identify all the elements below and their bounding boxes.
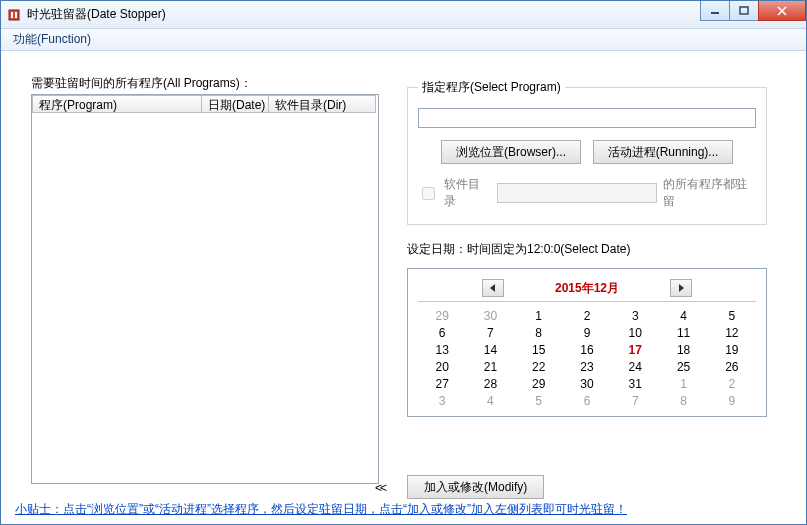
svg-rect-1	[11, 12, 13, 18]
calendar-day[interactable]: 15	[515, 342, 563, 359]
svg-rect-2	[15, 12, 17, 18]
calendar-day[interactable]: 5	[708, 308, 756, 325]
triangle-left-icon	[489, 284, 497, 292]
col-dir[interactable]: 软件目录(Dir)	[268, 95, 376, 113]
app-window: 时光驻留器(Date Stopper) 功能(Function) 需要驻留时间的…	[0, 0, 807, 525]
calendar-day[interactable]: 14	[466, 342, 514, 359]
all-programs-label: 需要驻留时间的所有程序(All Programs)：	[31, 75, 379, 92]
col-program[interactable]: 程序(Program)	[32, 95, 202, 113]
calendar-day[interactable]: 12	[708, 325, 756, 342]
date-section: 设定日期：时间固定为12:0:0(Select Date) 2015年12月 2…	[407, 241, 767, 417]
svg-rect-3	[711, 12, 719, 14]
calendar-day[interactable]: 9	[708, 393, 756, 410]
menu-function[interactable]: 功能(Function)	[7, 29, 97, 50]
calendar-day[interactable]: 4	[466, 393, 514, 410]
running-button[interactable]: 活动进程(Running)...	[593, 140, 733, 164]
svg-marker-7	[490, 284, 495, 292]
calendar-day[interactable]: 29	[418, 308, 466, 325]
maximize-button[interactable]	[729, 1, 759, 21]
calendar-day[interactable]: 29	[515, 376, 563, 393]
calendar-day[interactable]: 30	[466, 308, 514, 325]
calendar-grid: 2930123456789101112131415161718192021222…	[418, 308, 756, 410]
calendar-day[interactable]: 10	[611, 325, 659, 342]
calendar-day[interactable]: 23	[563, 359, 611, 376]
select-program-legend: 指定程序(Select Program)	[418, 79, 565, 96]
transfer-arrow-icon: <<	[375, 481, 385, 495]
calendar-day[interactable]: 3	[418, 393, 466, 410]
tip-link[interactable]: 小贴士：点击“浏览位置”或“活动进程”选择程序，然后设定驻留日期，点击“加入或修…	[15, 501, 792, 518]
calendar-day[interactable]: 6	[563, 393, 611, 410]
titlebar[interactable]: 时光驻留器(Date Stopper)	[1, 1, 806, 29]
calendar-day[interactable]: 16	[563, 342, 611, 359]
calendar-day[interactable]: 8	[515, 325, 563, 342]
dir-suffix-label: 的所有程序都驻留	[663, 176, 756, 210]
calendar-day[interactable]: 20	[418, 359, 466, 376]
calendar-day[interactable]: 2	[563, 308, 611, 325]
dir-checkbox-label: 软件目录	[444, 176, 491, 210]
calendar-day[interactable]: 4	[659, 308, 707, 325]
calendar-day[interactable]: 28	[466, 376, 514, 393]
calendar-day[interactable]: 17	[611, 342, 659, 359]
calendar-day[interactable]: 2	[708, 376, 756, 393]
cal-prev-button[interactable]	[482, 279, 504, 297]
calendar-day[interactable]: 18	[659, 342, 707, 359]
close-button[interactable]	[758, 1, 806, 21]
browser-button[interactable]: 浏览位置(Browser)...	[441, 140, 581, 164]
programs-list-header: 程序(Program) 日期(Date) 软件目录(Dir)	[32, 95, 378, 113]
calendar-day[interactable]: 3	[611, 308, 659, 325]
window-title: 时光驻留器(Date Stopper)	[27, 6, 166, 23]
modify-button[interactable]: 加入或修改(Modify)	[407, 475, 544, 499]
calendar-day[interactable]: 1	[515, 308, 563, 325]
dir-input	[497, 183, 657, 203]
svg-marker-8	[679, 284, 684, 292]
calendar-day[interactable]: 11	[659, 325, 707, 342]
calendar-day[interactable]: 7	[611, 393, 659, 410]
dir-checkbox[interactable]	[422, 187, 435, 200]
programs-listview[interactable]: 程序(Program) 日期(Date) 软件目录(Dir)	[31, 94, 379, 484]
menubar: 功能(Function)	[1, 29, 806, 51]
calendar-day[interactable]: 5	[515, 393, 563, 410]
triangle-right-icon	[677, 284, 685, 292]
calendar-day[interactable]: 24	[611, 359, 659, 376]
window-controls	[701, 1, 806, 21]
calendar-day[interactable]: 19	[708, 342, 756, 359]
calendar-day[interactable]: 7	[466, 325, 514, 342]
calendar-day[interactable]: 6	[418, 325, 466, 342]
svg-rect-0	[9, 10, 19, 20]
calendar-day[interactable]: 8	[659, 393, 707, 410]
select-program-group: 指定程序(Select Program) 浏览位置(Browser)... 活动…	[407, 79, 767, 225]
minimize-button[interactable]	[700, 1, 730, 21]
calendar-title: 2015年12月	[512, 280, 662, 297]
calendar-day[interactable]: 1	[659, 376, 707, 393]
calendar-day[interactable]: 13	[418, 342, 466, 359]
calendar-day[interactable]: 31	[611, 376, 659, 393]
program-path-input[interactable]	[418, 108, 756, 128]
col-date[interactable]: 日期(Date)	[201, 95, 269, 113]
calendar-day[interactable]: 25	[659, 359, 707, 376]
svg-rect-4	[740, 7, 748, 14]
calendar-day[interactable]: 26	[708, 359, 756, 376]
calendar-day[interactable]: 21	[466, 359, 514, 376]
calendar-day[interactable]: 22	[515, 359, 563, 376]
calendar-day[interactable]: 30	[563, 376, 611, 393]
date-caption: 设定日期：时间固定为12:0:0(Select Date)	[407, 241, 767, 258]
right-panel: 指定程序(Select Program) 浏览位置(Browser)... 活动…	[407, 79, 767, 417]
programs-list-body[interactable]	[32, 113, 378, 483]
calendar-day[interactable]: 27	[418, 376, 466, 393]
app-icon	[7, 8, 21, 22]
calendar-day[interactable]: 9	[563, 325, 611, 342]
left-panel: 需要驻留时间的所有程序(All Programs)： 程序(Program) 日…	[31, 75, 379, 484]
client-area: 需要驻留时间的所有程序(All Programs)： 程序(Program) 日…	[1, 51, 806, 524]
calendar: 2015年12月 2930123456789101112131415161718…	[407, 268, 767, 417]
cal-next-button[interactable]	[670, 279, 692, 297]
